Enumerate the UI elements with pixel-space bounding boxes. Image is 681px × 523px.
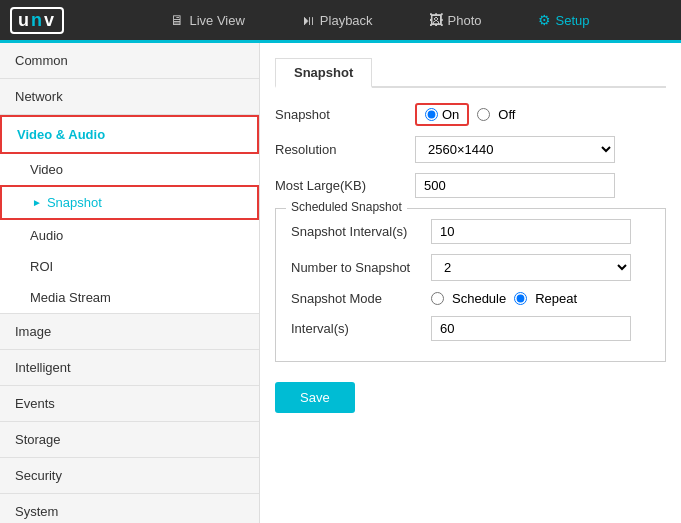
nav-photo[interactable]: 🖼 Photo <box>421 7 490 33</box>
snapshot-mode-row: Snapshot Mode Schedule Repeat <box>291 291 650 306</box>
setup-icon: ⚙ <box>538 12 551 28</box>
scheduled-snapshot-title: Scheduled Snapshot <box>286 200 407 214</box>
resolution-control: 2560×1440 1920×1080 1280×720 <box>415 136 666 163</box>
snapshot-interval-control <box>431 219 650 244</box>
sidebar-item-snapshot[interactable]: ► Snapshot <box>0 185 259 220</box>
snapshot-off-radio[interactable] <box>477 108 490 121</box>
interval-s-row: Interval(s) <box>291 316 650 341</box>
sidebar-item-system[interactable]: System <box>0 494 259 523</box>
live-view-icon: 🖥 <box>170 12 184 28</box>
tab-snapshot[interactable]: Snapshot <box>275 58 372 88</box>
resolution-row: Resolution 2560×1440 1920×1080 1280×720 <box>275 136 666 163</box>
sidebar-section-network: Network <box>0 79 259 115</box>
snapshot-interval-row: Snapshot Interval(s) <box>291 219 650 244</box>
snapshot-interval-input[interactable] <box>431 219 631 244</box>
sidebar-sub-menu: Video ► Snapshot Audio ROI Media Stream <box>0 154 259 313</box>
scheduled-snapshot-group: Scheduled Snapshot Snapshot Interval(s) … <box>275 208 666 362</box>
sidebar-item-intelligent[interactable]: Intelligent <box>0 350 259 385</box>
snapshot-mode-radio-group: Schedule Repeat <box>431 291 650 306</box>
most-large-row: Most Large(KB) <box>275 173 666 198</box>
most-large-label: Most Large(KB) <box>275 178 415 193</box>
snapshot-label: Snapshot <box>275 107 415 122</box>
most-large-control <box>415 173 666 198</box>
sidebar-section-events: Events <box>0 386 259 422</box>
nav-playback[interactable]: ⏯ Playback <box>293 7 381 33</box>
sidebar-item-security[interactable]: Security <box>0 458 259 493</box>
nav-photo-label: Photo <box>448 13 482 28</box>
nav-setup[interactable]: ⚙ Setup <box>530 7 598 33</box>
interval-s-input[interactable] <box>431 316 631 341</box>
photo-icon: 🖼 <box>429 12 443 28</box>
sidebar-section-system: System <box>0 494 259 523</box>
snapshot-on-label: On <box>442 107 459 122</box>
sidebar-section-security: Security <box>0 458 259 494</box>
number-snapshot-control: 1 2 3 4 5 <box>431 254 650 281</box>
logo: unv <box>10 7 64 34</box>
snapshot-on-option: On <box>415 103 469 126</box>
snapshot-control: On Off <box>415 103 666 126</box>
nav-live-view-label: Live View <box>189 13 244 28</box>
resolution-label: Resolution <box>275 142 415 157</box>
sidebar-item-media-stream[interactable]: Media Stream <box>0 282 259 313</box>
number-snapshot-label: Number to Snapshot <box>291 260 431 275</box>
sidebar-item-roi[interactable]: ROI <box>0 251 259 282</box>
snapshot-off-label: Off <box>498 107 515 122</box>
snapshot-on-radio[interactable] <box>425 108 438 121</box>
mode-schedule-label: Schedule <box>452 291 506 306</box>
number-snapshot-select[interactable]: 1 2 3 4 5 <box>431 254 631 281</box>
mode-schedule-radio[interactable] <box>431 292 444 305</box>
sidebar-section-image: Image <box>0 314 259 350</box>
most-large-input[interactable] <box>415 173 615 198</box>
snapshot-row: Snapshot On Off <box>275 103 666 126</box>
sidebar: Common Network Video & Audio Video ► Sna… <box>0 43 260 523</box>
sidebar-item-network[interactable]: Network <box>0 79 259 114</box>
mode-repeat-radio[interactable] <box>514 292 527 305</box>
top-nav: unv 🖥 Live View ⏯ Playback 🖼 Photo ⚙ Set… <box>0 0 681 40</box>
sidebar-section-storage: Storage <box>0 422 259 458</box>
sidebar-item-audio[interactable]: Audio <box>0 220 259 251</box>
sidebar-item-common[interactable]: Common <box>0 43 259 78</box>
sidebar-item-events[interactable]: Events <box>0 386 259 421</box>
snapshot-mode-control: Schedule Repeat <box>431 291 650 306</box>
snapshot-radio-group: On Off <box>415 103 666 126</box>
sidebar-item-video[interactable]: Video <box>0 154 259 185</box>
nav-bar: 🖥 Live View ⏯ Playback 🖼 Photo ⚙ Setup <box>89 7 671 33</box>
snapshot-arrow-icon: ► <box>32 197 42 208</box>
playback-icon: ⏯ <box>301 12 315 28</box>
nav-playback-label: Playback <box>320 13 373 28</box>
sidebar-item-image[interactable]: Image <box>0 314 259 349</box>
sidebar-section-video-audio: Video & Audio Video ► Snapshot Audio ROI… <box>0 115 259 314</box>
interval-s-control <box>431 316 650 341</box>
tab-bar: Snapshot <box>275 58 666 88</box>
sidebar-item-video-audio[interactable]: Video & Audio <box>0 115 259 154</box>
interval-s-label: Interval(s) <box>291 321 431 336</box>
snapshot-mode-label: Snapshot Mode <box>291 291 431 306</box>
resolution-select[interactable]: 2560×1440 1920×1080 1280×720 <box>415 136 615 163</box>
snapshot-interval-label: Snapshot Interval(s) <box>291 224 431 239</box>
content-area: Snapshot Snapshot On Off Resolution <box>260 43 681 523</box>
save-button[interactable]: Save <box>275 382 355 413</box>
mode-repeat-label: Repeat <box>535 291 577 306</box>
nav-live-view[interactable]: 🖥 Live View <box>162 7 252 33</box>
sidebar-item-storage[interactable]: Storage <box>0 422 259 457</box>
nav-setup-label: Setup <box>556 13 590 28</box>
main-layout: Common Network Video & Audio Video ► Sna… <box>0 43 681 523</box>
sidebar-section-common: Common <box>0 43 259 79</box>
number-snapshot-row: Number to Snapshot 1 2 3 4 5 <box>291 254 650 281</box>
sidebar-section-intelligent: Intelligent <box>0 350 259 386</box>
